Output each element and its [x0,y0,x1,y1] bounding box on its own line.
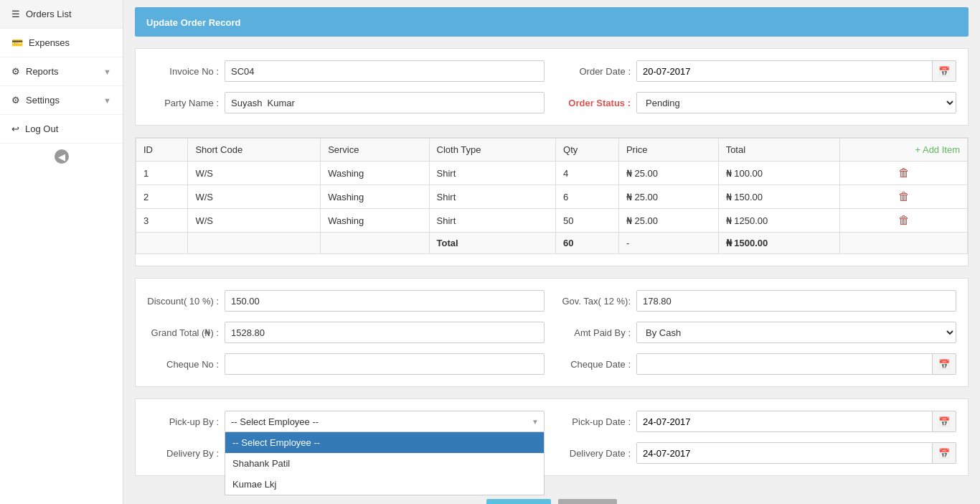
order-date-field-group: Order Date : 📅 [559,60,956,82]
total-empty-id [136,233,188,254]
order-date-calendar-button[interactable]: 📅 [933,60,956,82]
order-details-section: Invoice No : Order Date : 📅 Party Name :… [135,48,969,126]
total-qty: 60 [556,233,619,254]
cell-id: 1 [136,162,188,185]
gov-tax-field-group: Gov. Tax( 12 %): [559,290,956,312]
sidebar-item-logout[interactable]: ↩ Log Out [0,115,123,144]
pickup-option-item-kumae[interactable]: Kumae Lkj [225,474,544,495]
delivery-by-label: Delivery By : [147,448,219,459]
table-row: 2 W/S Washing Shirt 6 ₦ 25.00 ₦ 150.00 🗑 [136,185,968,209]
total-price-dash: - [618,233,718,254]
total-empty-action [840,233,968,254]
cheque-date-input-group: 📅 [636,353,956,375]
sidebar-item-settings[interactable]: ⚙ Settings ▼ [0,86,123,115]
delivery-date-input[interactable] [636,442,933,464]
reset-button[interactable]: Reset [558,499,617,504]
gov-tax-input[interactable] [636,290,956,312]
cell-short-code: W/S [188,185,321,209]
sidebar-item-orders[interactable]: ☰ Orders List [0,0,123,29]
gov-tax-label: Gov. Tax( 12 %): [559,296,631,307]
delivery-date-calendar-button[interactable]: 📅 [933,442,956,464]
cheque-date-field-group: Cheque Date : 📅 [559,353,956,375]
pickup-by-field-group: Pick-up By : -- Select Employee -- Shaha… [147,411,545,432]
cell-qty: 50 [556,209,619,233]
pickup-by-select[interactable]: -- Select Employee -- Shahank Patil Kuma… [225,411,545,432]
cell-service: Washing [321,209,429,233]
order-status-field-group: Order Status : Pending Completed Cancell… [559,92,956,113]
page-title: Update Order Record [146,17,240,28]
col-header-price: Price [618,139,718,162]
sidebar-item-label: Expenses [29,37,70,48]
sidebar-item-reports[interactable]: ⚙ Reports ▼ [0,57,123,86]
grand-total-amt-row: Grand Total (₦) : Amt Paid By : By Cash … [147,322,956,343]
total-empty-service [321,233,429,254]
pickup-option-item-shahank[interactable]: Shahank Patil [225,453,544,474]
discount-govtax-row: Discount( 10 %) : Gov. Tax( 12 %): [147,290,956,312]
cheque-no-input[interactable] [225,353,545,375]
cell-qty: 6 [556,185,619,209]
delete-row-button[interactable]: 🗑 [898,214,910,227]
order-date-label: Order Date : [559,66,631,77]
sidebar-toggle-button[interactable]: ◀ [55,149,69,164]
sidebar-item-expenses[interactable]: 💳 Expenses [0,29,123,57]
cell-service: Washing [321,185,429,209]
pickup-by-label: Pick-up By : [147,416,219,427]
party-name-input[interactable] [225,92,545,113]
cell-short-code: W/S [188,162,321,185]
cell-short-code: W/S [188,209,321,233]
pickup-date-field-group: Pick-up Date : 📅 [559,411,956,432]
cell-total: ₦ 1250.00 [718,209,840,233]
items-table-section: ID Short Code Service Cloth Type Qty Pri… [135,137,969,266]
amt-paid-select[interactable]: By Cash By Cheque Online [636,322,956,343]
reports-chevron-icon: ▼ [103,67,111,76]
pickup-date-input[interactable] [636,411,933,432]
table-row: 3 W/S Washing Shirt 50 ₦ 25.00 ₦ 1250.00… [136,209,968,233]
party-name-label: Party Name : [147,98,219,108]
pickup-by-dropdown-container: -- Select Employee -- Shahank Patil Kuma… [225,411,545,432]
amt-paid-label: Amt Paid By : [559,327,631,338]
cheque-no-field-group: Cheque No : [147,353,545,375]
invoice-field-group: Invoice No : [147,60,545,82]
cell-action: 🗑 [840,209,968,233]
grand-total-input[interactable] [225,322,545,343]
update-button[interactable]: Update [486,499,551,504]
delivery-date-label: Delivery Date : [559,448,631,459]
col-header-service: Service [321,139,429,162]
pickup-date-input-group: 📅 [636,411,956,432]
sidebar-item-label: Settings [26,95,60,106]
table-row: 1 W/S Washing Shirt 4 ₦ 25.00 ₦ 100.00 🗑 [136,162,968,185]
delete-row-button[interactable]: 🗑 [898,167,910,179]
grand-total-label: Grand Total (₦) : [147,327,219,338]
invoice-label: Invoice No : [147,66,219,77]
discount-input[interactable] [225,290,545,312]
delete-row-button[interactable]: 🗑 [898,190,910,203]
cell-cloth-type: Shirt [429,162,556,185]
cheque-date-calendar-button[interactable]: 📅 [933,353,956,375]
cell-price: ₦ 25.00 [618,185,718,209]
col-header-total: Total [718,139,840,162]
table-total-row: Total 60 - ₦ 1500.00 [136,233,968,254]
pickup-date-calendar-button[interactable]: 📅 [933,411,956,432]
add-item-button[interactable]: + Add Item [840,139,968,162]
cell-price: ₦ 25.00 [618,209,718,233]
cell-id: 2 [136,185,188,209]
sidebar: ☰ Orders List 💳 Expenses ⚙ Reports ▼ ⚙ S… [0,0,123,504]
col-header-id: ID [136,139,188,162]
settings-chevron-icon: ▼ [103,96,111,105]
expenses-icon: 💳 [11,37,23,48]
pickup-option-item-default[interactable]: -- Select Employee -- [225,432,544,453]
pickup-date-label: Pick-up Date : [559,416,631,427]
discount-label: Discount( 10 %) : [147,296,219,307]
invoice-order-row: Invoice No : Order Date : 📅 [147,60,956,82]
discount-field-group: Discount( 10 %) : [147,290,545,312]
order-date-input[interactable] [636,60,933,82]
invoice-input[interactable] [225,60,545,82]
order-status-select[interactable]: Pending Completed Cancelled [636,92,956,113]
total-empty-code [188,233,321,254]
delivery-date-field-group: Delivery Date : 📅 [559,442,956,464]
table-header-row: ID Short Code Service Cloth Type Qty Pri… [136,139,968,162]
sidebar-item-label: Reports [26,66,59,77]
cell-cloth-type: Shirt [429,185,556,209]
order-items-table: ID Short Code Service Cloth Type Qty Pri… [136,138,968,254]
cheque-date-input[interactable] [636,353,933,375]
